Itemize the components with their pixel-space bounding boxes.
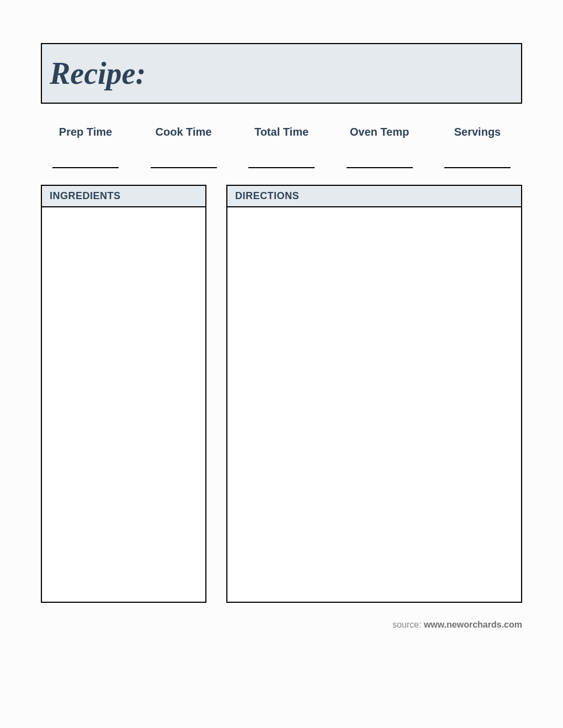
source-line: source: www.neworchards.com — [392, 620, 522, 630]
recipe-title: Recipe: — [50, 56, 146, 91]
cook-time-input-line[interactable] — [151, 167, 217, 168]
total-time-input-line[interactable] — [248, 167, 315, 168]
directions-header: DIRECTIONS — [227, 186, 521, 207]
oven-temp-label: Oven Temp — [350, 126, 409, 138]
directions-box: DIRECTIONS — [226, 185, 522, 603]
meta-cook-time: Cook Time — [142, 126, 225, 168]
prep-time-label: Prep Time — [59, 126, 112, 138]
content-row: INGREDIENTS DIRECTIONS — [41, 185, 522, 603]
ingredients-box: INGREDIENTS — [41, 185, 206, 603]
total-time-label: Total Time — [254, 126, 309, 138]
meta-prep-time: Prep Time — [44, 126, 127, 168]
servings-input-line[interactable] — [444, 167, 511, 168]
meta-row: Prep Time Cook Time Total Time Oven Temp… — [41, 126, 522, 168]
source-url: www.neworchards.com — [424, 620, 522, 629]
directions-body[interactable] — [227, 207, 521, 602]
recipe-header: Recipe: — [41, 43, 522, 104]
ingredients-header: INGREDIENTS — [42, 186, 205, 207]
meta-servings: Servings — [436, 126, 519, 168]
servings-label: Servings — [454, 126, 501, 138]
meta-oven-temp: Oven Temp — [338, 126, 421, 168]
oven-temp-input-line[interactable] — [347, 167, 413, 168]
source-prefix: source: — [392, 620, 424, 629]
prep-time-input-line[interactable] — [52, 167, 119, 168]
meta-total-time: Total Time — [240, 126, 323, 168]
cook-time-label: Cook Time — [156, 126, 212, 138]
ingredients-body[interactable] — [42, 207, 205, 602]
